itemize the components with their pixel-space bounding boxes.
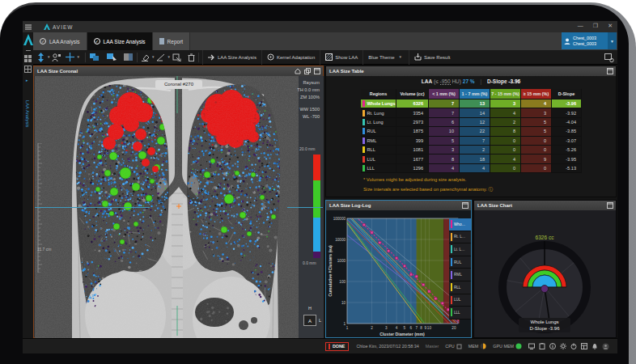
layers-icon[interactable] [304,68,311,74]
table-column-header[interactable]: 7 - 15 mm (%) [490,89,521,99]
legend-item[interactable]: RUL [449,256,471,269]
table-row[interactable]: Rt. Lung335471443-3.92 [361,108,582,117]
measure-icon[interactable] [156,53,165,61]
svg-text:1: 1 [346,326,349,330]
svg-text:10000: 10000 [335,238,346,242]
scale-min-label: 0.0 mm [303,260,316,265]
export-grid-icon[interactable] [172,53,181,61]
crosshair-tool-icon[interactable] [66,53,74,61]
main-toolbar: ▼ ▼ ▼ ▼ LAA Size Analysis Kernel Adaptat… [33,50,617,65]
caret-down-icon[interactable]: ▼ [167,55,170,59]
app-title: AVIEW [53,24,73,30]
maximize-panel-icon[interactable] [314,68,320,74]
collapse-caret-icon[interactable]: ▸ [26,78,28,83]
gpu-status: GPU MEM [493,343,522,349]
table-column-header[interactable]: Regions [361,89,396,99]
table-column-header[interactable]: Volume (cc) [396,89,429,99]
sidebar-panel-label[interactable]: LAA Analysis [25,100,30,128]
table-row[interactable]: RUL1875102285-3.85 [361,127,582,136]
legend-item[interactable]: Who… [449,218,471,231]
status-icons [528,343,609,350]
table-row[interactable]: LUL167781849-3.95 [361,154,582,163]
eraser-icon[interactable] [141,53,150,61]
svg-text:4: 4 [396,326,398,330]
apps-grid-icon[interactable] [581,343,587,349]
svg-text:1: 1 [343,322,346,326]
menu-icon[interactable] [24,23,32,30]
table-column-header[interactable]: ≥ 15 mm (%) [521,89,552,99]
legend-item[interactable]: Lt. L… [449,243,471,256]
table-row[interactable]: Whole Lungs632671334-3.96 [361,99,582,108]
bell-icon[interactable] [591,343,598,349]
patient-dropdown-caret[interactable]: ▼ [608,32,617,49]
caret-down-icon[interactable]: ▼ [47,55,50,59]
legend-item[interactable]: RML [449,269,471,281]
svg-text:100: 100 [339,280,346,284]
table-column-header[interactable]: D-Slope [552,89,582,99]
scroll-tool-icon[interactable] [36,53,45,62]
maximize-panel-icon[interactable] [607,202,613,209]
report-icon [159,38,164,44]
maximize-button[interactable]: ❐ [593,23,598,29]
user-tool-icon[interactable] [52,53,61,61]
minimize-button[interactable]: — [578,23,583,29]
aview-logo-large [23,34,33,45]
legend-item[interactable]: LUL [449,294,471,307]
crosshair-h-right[interactable] [287,207,323,208]
grid-view-icon[interactable] [24,55,32,62]
legend-item[interactable]: LLL [449,307,471,320]
save-result-button[interactable]: Save Result [409,50,455,65]
polar-summary-chart[interactable]: 6326 ccWhole LungsD-Slope -3.96 [474,210,616,337]
loglog-panel-header: LAA Size Log-Log [326,201,471,210]
mem-status: MEM [469,343,487,349]
laa-size-analysis-button[interactable]: LAA Size Analysis [202,50,261,65]
table-row[interactable]: Lt. Lung297361225-4.04 [361,118,582,127]
layout-settings-icon[interactable] [604,53,614,62]
crosshair-h-left[interactable] [35,207,150,208]
trash-icon[interactable] [188,53,195,61]
kernel-icon [267,53,274,61]
monitor-icon[interactable] [528,343,535,349]
minus-icon[interactable] [26,50,31,51]
table-row[interactable]: RLL10813200-5.26 [361,146,582,154]
tab-laa-analysis[interactable]: ✓ LAA Analysis [33,32,87,50]
patient-icon [564,38,570,44]
info-icon[interactable] [549,343,556,349]
loglog-chart-panel: LAA Size Log-Log 11010010001000010000012… [325,200,472,338]
coronal-view-panel: LAA Size Coronal Coronal #270 Raysum TH … [33,66,324,338]
caret-down-icon[interactable]: ▼ [151,55,155,59]
image-annotations: Raysum TH 0.0 mm ZM 100% WW 1500 WL -700 [297,79,320,121]
compare-tool-icon[interactable] [123,53,134,61]
tab-laa-size-analysis[interactable]: ✓ LAA Size Analysis [87,32,153,50]
status-done-badge: DONE [325,342,350,351]
table-column-header[interactable]: < 1 mm (%) [429,89,460,99]
maximize-panel-icon[interactable] [462,202,469,209]
layout-grid-icon[interactable] [24,66,32,73]
segment-tool-icon[interactable] [89,53,100,61]
user-avatar-icon[interactable] [602,343,609,350]
tab-bar: ✓ LAA Analysis ✓ LAA Size Analysis Repor… [33,32,617,50]
segment-edit-icon[interactable] [106,53,117,61]
legend-item[interactable]: RLL [449,281,471,294]
kernel-adaptation-button[interactable]: Kernel Adaptation [261,50,320,65]
orientation-box: A [303,315,316,326]
caret-down-icon[interactable]: ▼ [76,55,79,59]
close-button[interactable]: ✕ [608,23,613,29]
table-column-header[interactable]: 1 - 7 mm (%) [460,89,490,99]
patient-selector[interactable]: Chest_0003 Chest_0003 ▼ [562,32,617,49]
svg-text:100000: 100000 [333,217,346,221]
tab-report[interactable]: Report [153,32,191,50]
table-row[interactable]: LLL12964400-5.13 [361,164,582,173]
show-laa-button[interactable]: Show LAA [320,50,363,65]
slice-label: Coronal #270 [155,80,202,89]
clipboard-icon[interactable] [539,343,545,349]
arrow-right-icon [208,54,215,61]
legend-item[interactable]: Rt. L… [449,231,471,244]
maximize-panel-icon[interactable] [607,68,613,74]
gear-icon[interactable] [560,343,566,349]
table-row[interactable]: RML3995700-3.07 [361,137,582,146]
footnote-1: * Volumes might be adjusted during size … [363,177,466,182]
theme-selector[interactable]: Blue Theme ▼ [363,50,409,65]
home-icon[interactable] [295,68,301,74]
power-icon[interactable] [570,343,577,349]
